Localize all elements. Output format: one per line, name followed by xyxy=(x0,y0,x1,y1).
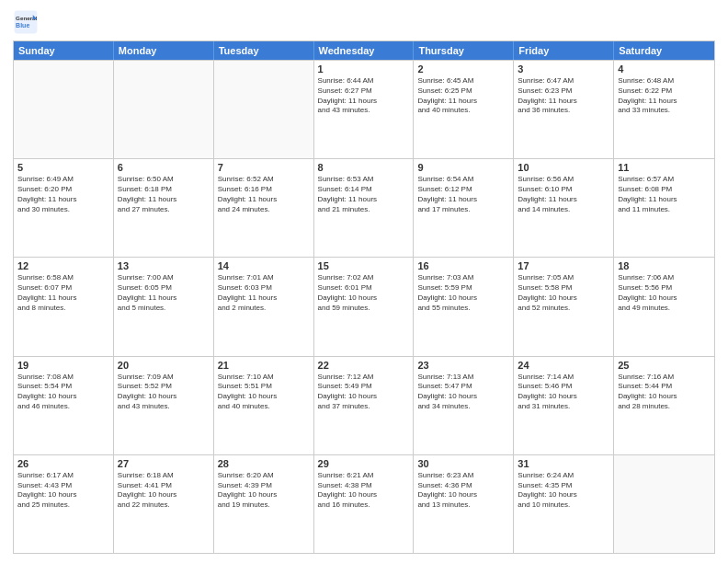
day-number: 22 xyxy=(318,360,410,371)
day-info: Sunrise: 6:24 AM Sunset: 4:35 PM Dayligh… xyxy=(518,471,609,511)
day-info: Sunrise: 6:18 AM Sunset: 4:41 PM Dayligh… xyxy=(118,471,210,511)
day-cell-9: 9Sunrise: 6:54 AM Sunset: 6:12 PM Daylig… xyxy=(414,159,514,257)
day-cell-6: 6Sunrise: 6:50 AM Sunset: 6:18 PM Daylig… xyxy=(114,159,214,257)
logo: General Blue xyxy=(13,9,40,35)
day-info: Sunrise: 7:00 AM Sunset: 6:05 PM Dayligh… xyxy=(118,273,210,313)
empty-cell xyxy=(114,61,214,158)
calendar-row-4: 19Sunrise: 7:08 AM Sunset: 5:54 PM Dayli… xyxy=(14,356,714,454)
day-info: Sunrise: 6:23 AM Sunset: 4:36 PM Dayligh… xyxy=(417,471,509,511)
day-cell-8: 8Sunrise: 6:53 AM Sunset: 6:14 PM Daylig… xyxy=(314,159,415,257)
weekday-header-monday: Monday xyxy=(114,41,214,60)
day-number: 5 xyxy=(17,162,109,173)
day-info: Sunrise: 6:20 AM Sunset: 4:39 PM Dayligh… xyxy=(218,471,310,511)
day-info: Sunrise: 7:05 AM Sunset: 5:58 PM Dayligh… xyxy=(518,273,609,313)
day-info: Sunrise: 7:12 AM Sunset: 5:49 PM Dayligh… xyxy=(318,373,410,412)
day-number: 18 xyxy=(618,260,711,271)
day-info: Sunrise: 6:56 AM Sunset: 6:10 PM Dayligh… xyxy=(518,175,609,214)
day-cell-30: 30Sunrise: 6:23 AM Sunset: 4:36 PM Dayli… xyxy=(414,455,514,553)
weekday-header-wednesday: Wednesday xyxy=(314,41,415,60)
day-info: Sunrise: 6:57 AM Sunset: 6:08 PM Dayligh… xyxy=(618,175,711,214)
day-number: 31 xyxy=(518,458,609,469)
day-number: 16 xyxy=(417,260,509,271)
day-cell-14: 14Sunrise: 7:01 AM Sunset: 6:03 PM Dayli… xyxy=(214,258,314,355)
day-info: Sunrise: 6:49 AM Sunset: 6:20 PM Dayligh… xyxy=(17,175,109,214)
day-number: 15 xyxy=(318,260,410,271)
calendar-body: 1Sunrise: 6:44 AM Sunset: 6:27 PM Daylig… xyxy=(14,60,714,553)
day-number: 26 xyxy=(17,458,109,469)
day-info: Sunrise: 7:10 AM Sunset: 5:51 PM Dayligh… xyxy=(218,373,310,412)
day-number: 11 xyxy=(618,162,711,173)
day-info: Sunrise: 6:52 AM Sunset: 6:16 PM Dayligh… xyxy=(218,175,310,214)
day-cell-24: 24Sunrise: 7:14 AM Sunset: 5:46 PM Dayli… xyxy=(514,357,614,454)
day-number: 21 xyxy=(218,360,310,371)
empty-cell xyxy=(14,61,114,158)
day-info: Sunrise: 6:53 AM Sunset: 6:14 PM Dayligh… xyxy=(318,175,410,214)
day-info: Sunrise: 6:47 AM Sunset: 6:23 PM Dayligh… xyxy=(518,76,609,116)
day-info: Sunrise: 6:50 AM Sunset: 6:18 PM Dayligh… xyxy=(118,175,210,214)
day-number: 1 xyxy=(318,63,410,75)
day-info: Sunrise: 6:44 AM Sunset: 6:27 PM Dayligh… xyxy=(318,76,410,116)
day-number: 4 xyxy=(618,63,711,75)
weekday-header-friday: Friday xyxy=(514,41,614,60)
day-number: 30 xyxy=(417,458,509,469)
day-info: Sunrise: 6:48 AM Sunset: 6:22 PM Dayligh… xyxy=(618,76,711,116)
day-cell-15: 15Sunrise: 7:02 AM Sunset: 6:01 PM Dayli… xyxy=(314,258,415,355)
day-cell-27: 27Sunrise: 6:18 AM Sunset: 4:41 PM Dayli… xyxy=(114,455,214,553)
day-number: 13 xyxy=(118,260,210,271)
day-number: 8 xyxy=(318,162,410,173)
day-cell-11: 11Sunrise: 6:57 AM Sunset: 6:08 PM Dayli… xyxy=(614,159,714,257)
day-number: 7 xyxy=(218,162,310,173)
day-cell-5: 5Sunrise: 6:49 AM Sunset: 6:20 PM Daylig… xyxy=(14,159,114,257)
day-info: Sunrise: 7:02 AM Sunset: 6:01 PM Dayligh… xyxy=(318,273,410,313)
day-number: 19 xyxy=(17,360,109,371)
day-number: 17 xyxy=(518,260,609,271)
day-cell-31: 31Sunrise: 6:24 AM Sunset: 4:35 PM Dayli… xyxy=(514,455,614,553)
day-number: 28 xyxy=(218,458,310,469)
calendar-row-5: 26Sunrise: 6:17 AM Sunset: 4:43 PM Dayli… xyxy=(14,454,714,553)
day-info: Sunrise: 7:03 AM Sunset: 5:59 PM Dayligh… xyxy=(417,273,509,313)
weekday-header-thursday: Thursday xyxy=(414,41,514,60)
day-number: 2 xyxy=(417,63,509,75)
day-cell-1: 1Sunrise: 6:44 AM Sunset: 6:27 PM Daylig… xyxy=(314,61,415,158)
day-cell-13: 13Sunrise: 7:00 AM Sunset: 6:05 PM Dayli… xyxy=(114,258,214,355)
day-number: 20 xyxy=(118,360,210,371)
day-cell-20: 20Sunrise: 7:09 AM Sunset: 5:52 PM Dayli… xyxy=(114,357,214,454)
empty-cell xyxy=(614,455,714,553)
day-info: Sunrise: 7:01 AM Sunset: 6:03 PM Dayligh… xyxy=(218,273,310,313)
day-cell-2: 2Sunrise: 6:45 AM Sunset: 6:25 PM Daylig… xyxy=(414,61,514,158)
day-cell-12: 12Sunrise: 6:58 AM Sunset: 6:07 PM Dayli… xyxy=(14,258,114,355)
day-info: Sunrise: 7:08 AM Sunset: 5:54 PM Dayligh… xyxy=(17,373,109,412)
day-info: Sunrise: 6:17 AM Sunset: 4:43 PM Dayligh… xyxy=(17,471,109,511)
day-number: 9 xyxy=(417,162,509,173)
calendar-row-1: 1Sunrise: 6:44 AM Sunset: 6:27 PM Daylig… xyxy=(14,60,714,158)
day-cell-10: 10Sunrise: 6:56 AM Sunset: 6:10 PM Dayli… xyxy=(514,159,614,257)
day-cell-23: 23Sunrise: 7:13 AM Sunset: 5:47 PM Dayli… xyxy=(414,357,514,454)
calendar-header: SundayMondayTuesdayWednesdayThursdayFrid… xyxy=(14,41,714,60)
day-info: Sunrise: 7:14 AM Sunset: 5:46 PM Dayligh… xyxy=(518,373,609,412)
day-info: Sunrise: 6:45 AM Sunset: 6:25 PM Dayligh… xyxy=(417,76,509,116)
day-number: 3 xyxy=(518,63,609,75)
day-cell-18: 18Sunrise: 7:06 AM Sunset: 5:56 PM Dayli… xyxy=(614,258,714,355)
svg-text:Blue: Blue xyxy=(16,22,29,29)
day-number: 23 xyxy=(417,360,509,371)
day-number: 6 xyxy=(118,162,210,173)
day-info: Sunrise: 7:16 AM Sunset: 5:44 PM Dayligh… xyxy=(618,373,711,412)
day-info: Sunrise: 6:21 AM Sunset: 4:38 PM Dayligh… xyxy=(318,471,410,511)
day-cell-22: 22Sunrise: 7:12 AM Sunset: 5:49 PM Dayli… xyxy=(314,357,415,454)
day-cell-21: 21Sunrise: 7:10 AM Sunset: 5:51 PM Dayli… xyxy=(214,357,314,454)
day-number: 29 xyxy=(318,458,410,469)
day-number: 27 xyxy=(118,458,210,469)
calendar-row-3: 12Sunrise: 6:58 AM Sunset: 6:07 PM Dayli… xyxy=(14,257,714,355)
weekday-header-tuesday: Tuesday xyxy=(214,41,314,60)
day-info: Sunrise: 7:13 AM Sunset: 5:47 PM Dayligh… xyxy=(417,373,509,412)
day-cell-17: 17Sunrise: 7:05 AM Sunset: 5:58 PM Dayli… xyxy=(514,258,614,355)
day-info: Sunrise: 7:06 AM Sunset: 5:56 PM Dayligh… xyxy=(618,273,711,313)
day-info: Sunrise: 6:54 AM Sunset: 6:12 PM Dayligh… xyxy=(417,175,509,214)
day-number: 12 xyxy=(17,260,109,271)
day-info: Sunrise: 7:09 AM Sunset: 5:52 PM Dayligh… xyxy=(118,373,210,412)
calendar-row-2: 5Sunrise: 6:49 AM Sunset: 6:20 PM Daylig… xyxy=(14,158,714,257)
day-cell-4: 4Sunrise: 6:48 AM Sunset: 6:22 PM Daylig… xyxy=(614,61,714,158)
day-cell-3: 3Sunrise: 6:47 AM Sunset: 6:23 PM Daylig… xyxy=(514,61,614,158)
day-cell-26: 26Sunrise: 6:17 AM Sunset: 4:43 PM Dayli… xyxy=(14,455,114,553)
day-cell-16: 16Sunrise: 7:03 AM Sunset: 5:59 PM Dayli… xyxy=(414,258,514,355)
